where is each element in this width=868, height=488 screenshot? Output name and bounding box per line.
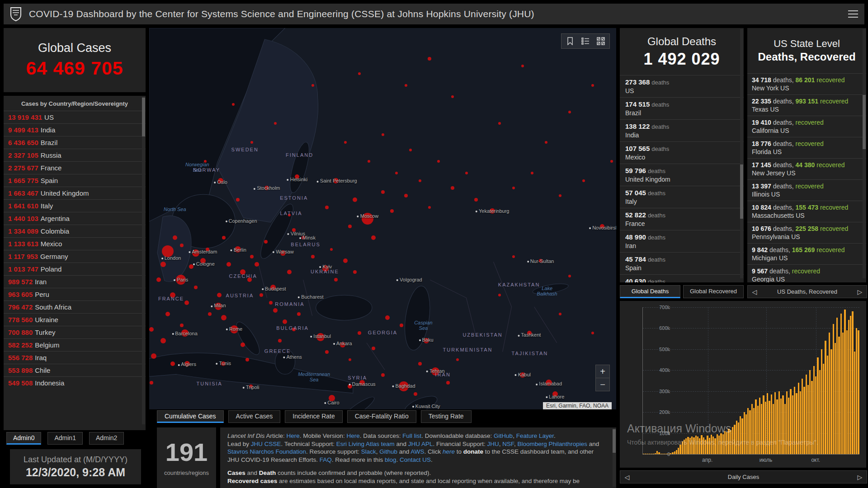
case-dot[interactable] [156,277,161,282]
daily-cases-bar[interactable] [776,399,778,454]
case-dot[interactable] [390,209,394,213]
zoom-out-button[interactable]: − [596,378,609,391]
daily-cases-bar[interactable] [679,445,681,454]
case-dot[interactable] [160,338,166,343]
case-dot[interactable] [311,84,314,87]
footer-link[interactable]: JHU APL [408,441,433,447]
case-dot[interactable] [385,315,390,320]
case-dot[interactable] [264,240,268,244]
daily-cases-bar[interactable] [672,452,673,454]
footer-link[interactable]: JHU CSSE [251,441,281,447]
death-list-row[interactable]: 138 122deathsIndia [620,119,744,141]
case-dot[interactable] [465,172,468,174]
case-dot[interactable] [372,347,375,350]
daily-cases-bar[interactable] [761,404,762,454]
daily-cases-bar[interactable] [652,454,654,454]
case-dot[interactable] [269,301,273,305]
daily-cases-bar[interactable] [687,437,689,454]
case-dot[interactable] [474,198,478,202]
cases-scrollbar[interactable] [142,97,145,424]
daily-cases-bar[interactable] [684,440,685,455]
cases-list-row[interactable]: 549 508Indonesia [4,376,146,389]
daily-cases-bar[interactable] [815,376,816,454]
footer-link[interactable]: Here [346,432,359,439]
daily-cases-bar[interactable] [846,330,848,454]
case-dot[interactable] [358,331,361,335]
daily-cases-bar[interactable] [655,453,656,454]
daily-cases-bar[interactable] [691,436,693,454]
daily-cases-bar[interactable] [649,454,650,454]
daily-cases-bar[interactable] [757,406,759,454]
chart-pager-next-icon[interactable]: ▷ [853,474,867,481]
case-dot[interactable] [405,84,407,87]
map-tab-active-cases[interactable]: Active Cases [228,410,281,423]
daily-cases-bar[interactable] [717,434,718,454]
us-state-row[interactable]: 9 842 deaths, 165 269 recoveredMichigan … [747,243,866,264]
footer-link[interactable]: Esri Living Atlas team [336,441,395,447]
daily-cases-bar[interactable] [825,341,826,454]
daily-cases-bar[interactable] [670,453,671,454]
case-dot[interactable] [437,160,440,163]
cases-list-row[interactable]: 1 665 775Spain [4,174,146,187]
daily-cases-bar[interactable] [682,441,683,454]
case-dot[interactable] [353,270,357,274]
footer-link[interactable]: blog [385,456,396,463]
us-state-row[interactable]: 9 567 deaths, recoveredGeorgia US [747,264,866,282]
us-state-row[interactable]: 18 776 deaths, recoveredFlorida US [747,137,866,158]
chart-pager-prev-icon[interactable]: ◁ [620,474,634,481]
cases-list-row[interactable]: 6 436 650Brazil [4,136,146,149]
daily-cases-bar[interactable] [712,436,714,454]
daily-cases-bar[interactable] [658,452,660,454]
death-list-row[interactable]: 174 515deathsBrazil [620,97,744,119]
daily-cases-bar[interactable] [821,349,822,454]
footer-link[interactable]: GitHub [494,432,513,439]
us-state-row[interactable]: 17 145 deaths, 44 380 recoveredNew Jerse… [747,158,866,179]
daily-cases-bar[interactable] [817,357,818,454]
cases-list-row[interactable]: 963 605Peru [4,288,146,300]
case-dot[interactable] [334,278,338,282]
daily-cases-bar[interactable] [835,343,836,454]
daily-cases-bar[interactable] [800,391,801,454]
cases-list-row[interactable]: 556 728Iraq [4,351,146,364]
case-dot[interactable] [531,172,533,174]
daily-cases-bar[interactable] [724,431,726,454]
case-dot[interactable] [232,103,235,106]
case-dot[interactable] [428,57,431,61]
footer-link[interactable]: Contact US [400,456,431,463]
daily-cases-bar[interactable] [850,316,851,454]
case-dot[interactable] [348,225,352,228]
daily-cases-bar[interactable] [829,333,830,454]
tab-admin1[interactable]: Admin1 [47,432,82,445]
death-list-row[interactable]: 59 796deathsUnited Kingdom [620,164,744,186]
case-dot[interactable] [273,308,278,313]
menu-icon[interactable] [848,10,858,18]
daily-cases-bar[interactable] [645,454,646,454]
daily-cases-bar[interactable] [734,425,735,454]
daily-cases-bar[interactable] [767,393,768,454]
cases-list-row[interactable]: 1 334 089Colombia [4,225,146,237]
case-dot[interactable] [250,255,254,258]
daily-cases-bar[interactable] [780,399,782,454]
daily-cases-bar[interactable] [830,349,832,454]
case-dot[interactable] [409,149,412,151]
daily-cases-bar[interactable] [676,450,677,454]
tab-admin0[interactable]: Admin0 [6,432,41,445]
cases-list-row[interactable]: 9 499 413India [4,123,146,136]
case-dot[interactable] [173,235,177,240]
case-dot[interactable] [311,255,315,258]
death-list-row[interactable]: 273 368deathsUS [620,75,744,97]
footer-link[interactable]: FAQ [320,456,332,463]
daily-cases-bar[interactable] [709,438,710,454]
case-dot[interactable] [241,343,245,347]
footer-link[interactable]: NSF [502,441,514,447]
daily-cases-bar[interactable] [848,320,849,454]
us-state-row[interactable]: 10 824 deaths, 155 473 recoveredMassachu… [747,201,866,222]
case-dot[interactable] [521,65,524,67]
daily-cases-bar[interactable] [722,434,724,454]
daily-cases-bar[interactable] [852,311,853,454]
daily-cases-bar[interactable] [747,408,749,454]
daily-cases-bar[interactable] [823,364,824,454]
case-dot[interactable] [278,339,282,343]
us-pager-next-icon[interactable]: ▷ [853,288,867,296]
case-dot[interactable] [297,312,301,316]
